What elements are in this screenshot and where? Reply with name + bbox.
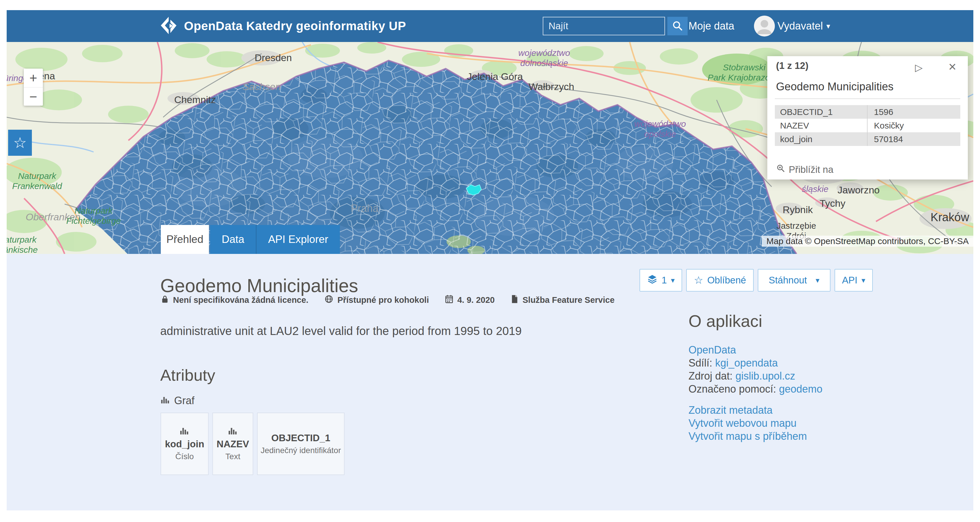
favorite-map-button[interactable]: ☆ [8,130,32,156]
popup-pager: (1 z 12) [776,60,808,71]
table-row: NAZEV Kosičky [775,119,960,132]
person-icon [754,16,775,36]
site-logo-icon [160,16,179,36]
layers-button[interactable]: 1 ▾ [640,269,682,292]
calendar-icon [445,295,453,305]
user-menu-label: Vydavatel [778,20,823,32]
site-title: OpenData Katedry geoinformatiky UP [184,19,406,33]
about-heading: O aplikaci [689,311,822,331]
attribute-card-objectid[interactable]: OBJECTID_1 Jedinečný identifikátor [257,413,345,475]
popup-next-button[interactable]: ▷ [913,61,924,73]
search-button[interactable] [667,17,687,35]
divider [775,98,960,99]
create-webmap-link[interactable]: Vytvořit webovou mapu [689,417,797,429]
license-info: Není specifikována žádná licence. [161,294,308,306]
action-buttons: 1 ▾ ☆ Oblíbené Stáhnout ▾ API ▾ [640,269,873,292]
popup-attribute-table: OBJECTID_1 1596 NAZEV Kosičky kod_join 5… [775,105,960,146]
download-label: Stáhnout [769,275,807,286]
layers-count: 1 [662,275,667,286]
metadata-row: Není specifikována žádná licence. Přístu… [161,294,615,306]
attribute-card-nazev[interactable]: NAZEV Text [212,413,253,475]
api-button[interactable]: API ▾ [835,269,873,292]
popup-title: Geodemo Municipalities [776,81,894,93]
chevron-down-icon: ▾ [861,276,865,284]
layers-icon [647,274,657,287]
attribute-name: kod_join [165,439,204,450]
top-navbar: OpenData Katedry geoinformatiky UP Moje … [7,10,973,42]
zoom-to-icon [776,164,785,175]
page: OpenData Katedry geoinformatiky UP Moje … [7,0,973,522]
nav-my-data[interactable]: Moje data [689,10,734,42]
attribute-name: OBJECTID_1 [271,433,330,444]
api-label: API [842,275,858,286]
field-name: OBJECTID_1 [775,107,867,117]
search-input[interactable] [543,17,677,35]
search-box [543,17,665,35]
popup-close-button[interactable]: × [947,59,958,75]
chart-label: Graf [174,395,194,407]
zoom-to-label: Přiblížit na [789,164,834,175]
zoom-in-button[interactable]: + [24,68,43,87]
globe-icon [325,295,333,305]
bar-chart-icon [228,427,238,436]
document-icon [511,295,519,305]
tab-overview[interactable]: Přehled [161,225,209,254]
favorite-button[interactable]: ☆ Oblíbené [686,269,753,292]
dataset-tabs: Přehled Data API Explorer [161,225,340,254]
search-icon [672,20,683,32]
dataset-overview: Geodemo Municipalities 1 ▾ ☆ Oblíbené St [7,254,973,511]
date-text: 4. 9. 2020 [457,295,495,305]
page-title: Geodemo Municipalities [160,275,358,297]
user-avatar[interactable] [754,16,775,36]
tab-data[interactable]: Data [210,225,256,254]
favorite-label: Oblíbené [707,275,746,286]
download-button[interactable]: Stáhnout ▾ [758,269,830,292]
dataset-description: administrative unit at LAU2 level valid … [160,325,522,338]
data-source-link[interactable]: gislib.upol.cz [735,370,795,382]
brand[interactable]: OpenData Katedry geoinformatiky UP [160,10,406,42]
shared-by-link[interactable]: kgi_opendata [715,357,778,369]
spacer [689,395,822,404]
chart-toggle[interactable]: Graf [161,395,194,407]
user-menu[interactable]: Vydavatel ▾ [778,10,830,42]
chevron-right-icon: ▷ [915,62,923,73]
feature-popup: (1 z 12) ▷ × Geodemo Municipalities OBJE… [767,56,968,179]
license-text: Není specifikována žádná licence. [173,295,308,305]
star-icon: ☆ [13,134,27,151]
map-attribution[interactable]: Map data © OpenStreetMap contributors, C… [762,236,973,247]
field-value: Kosičky [867,119,960,132]
about-section: O aplikaci OpenData Sdílí: kgi_opendata … [689,311,822,443]
zoom-to-button[interactable]: Přiblížit na [775,164,835,175]
service-text: Služba Feature Service [522,295,615,305]
tag-link[interactable]: geodemo [779,383,822,395]
zoom-control: + − [24,68,43,106]
attribute-cards: kod_join Číslo NAZEV Text OBJECTID_1 Jed… [161,413,345,475]
star-icon: ☆ [694,275,703,286]
access-text: Přístupné pro kohokoli [337,295,429,305]
show-metadata-link[interactable]: Zobrazit metadata [689,404,773,416]
create-storymap-link[interactable]: Vytvořit mapu s příběhem [689,430,807,442]
chevron-down-icon: ▾ [816,276,819,284]
date-info: 4. 9. 2020 [445,295,495,305]
field-name: NAZEV [775,121,867,130]
zoom-out-button[interactable]: − [24,87,43,106]
attribute-type: Číslo [175,452,194,461]
field-value: 570184 [867,132,960,146]
table-row: kod_join 570184 [775,132,960,146]
map-canvas[interactable]: Dresden Sachsen Jena üringen Chemnitz Je… [7,42,973,254]
lock-icon [161,294,169,306]
chevron-down-icon: ▾ [826,22,830,30]
site-link[interactable]: OpenData [689,344,736,356]
attribute-card-kod-join[interactable]: kod_join Číslo [161,413,208,475]
attribute-name: NAZEV [217,439,249,450]
bar-chart-icon [180,427,189,436]
attribute-type: Text [226,452,240,461]
tab-api-explorer[interactable]: API Explorer [256,225,340,254]
bar-chart-icon [161,395,170,407]
tagged-label: Označeno pomocí: [689,383,776,395]
attribute-type: Jedinečný identifikátor [261,446,341,455]
attributes-heading: Atributy [160,366,215,384]
shared-label: Sdílí: [689,357,712,369]
source-label: Zdroj dat: [689,370,733,382]
field-value: 1596 [867,105,960,119]
